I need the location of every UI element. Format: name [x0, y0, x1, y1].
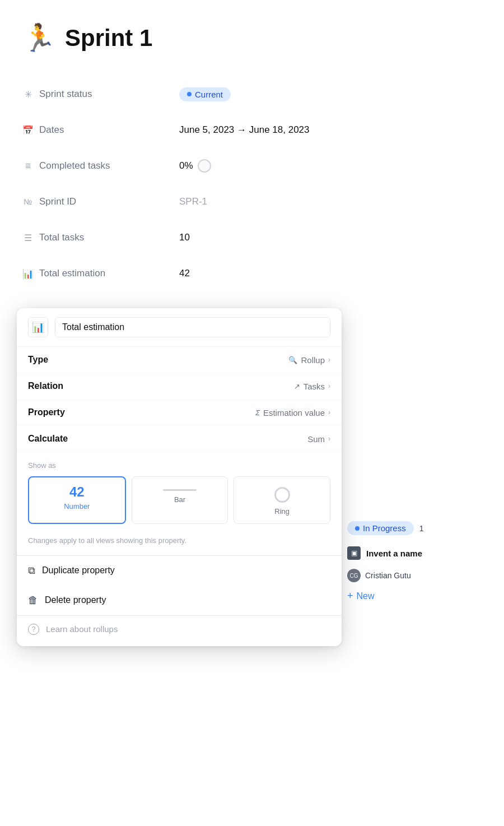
show-as-section: Show as 42 Number Bar Ring	[17, 452, 342, 533]
completed-tasks-icon: ≡	[22, 160, 34, 172]
duplicate-label: Duplicate property	[42, 565, 115, 576]
task-name: Invent a name	[366, 549, 422, 558]
popup-relation-label: Relation	[28, 381, 63, 391]
popup-calculate-value[interactable]: Sum ›	[307, 434, 330, 444]
property-label-group-sprint-id: № Sprint ID	[22, 196, 179, 207]
total-estimation-value[interactable]: 42	[179, 268, 190, 279]
new-button[interactable]: + New	[347, 586, 493, 606]
sprint-id-icon: №	[22, 197, 34, 206]
total-estimation-icon: 📊	[22, 268, 34, 279]
status-dot	[187, 92, 192, 96]
sprint-id-value[interactable]: SPR-1	[179, 196, 207, 207]
completed-tasks-label: Completed tasks	[39, 160, 110, 171]
popup-row-type[interactable]: Type 🔍 Rollup ›	[17, 347, 342, 373]
task-icon: ▣	[347, 546, 361, 560]
property-row-total-tasks: ☰ Total tasks 10	[22, 220, 482, 256]
show-as-ring-option[interactable]: Ring	[234, 476, 330, 524]
in-progress-dot	[355, 526, 360, 531]
completion-circle	[198, 159, 211, 173]
popup-overlay: 📊 Type 🔍 Rollup › Relation ↗ Tasks › Pro…	[17, 308, 342, 646]
delete-icon: 🗑	[28, 595, 38, 606]
dates-value[interactable]: June 5, 2023 → June 18, 2023	[179, 124, 310, 136]
popup-property-label: Property	[28, 407, 65, 417]
sprint-status-value[interactable]: Current	[179, 87, 231, 101]
bar-option-label: Bar	[174, 495, 185, 504]
page-title: Sprint 1	[65, 25, 152, 52]
popup-row-relation[interactable]: Relation ↗ Tasks ›	[17, 373, 342, 400]
property-chevron: ›	[328, 409, 330, 416]
property-label-group-dates: 📅 Dates	[22, 124, 179, 136]
new-label: New	[357, 591, 375, 601]
popup-icon-symbol: 📊	[32, 321, 44, 333]
popup-property-value[interactable]: Σ Estimation value ›	[255, 408, 330, 417]
sprint-status-icon: ✳	[22, 89, 34, 100]
popup-type-value[interactable]: 🔍 Rollup ›	[288, 355, 330, 365]
popup-type-label: Type	[28, 355, 48, 365]
current-badge[interactable]: Current	[179, 87, 231, 101]
ring-option-label: Ring	[274, 507, 290, 516]
dates-text: June 5, 2023 → June 18, 2023	[179, 124, 310, 136]
calculate-chevron: ›	[328, 435, 330, 443]
changes-note: Changes apply to all views showing this …	[17, 533, 342, 555]
sprint-status-label: Sprint status	[39, 89, 92, 100]
total-estimation-text: 42	[179, 268, 190, 279]
assignee-row: CG Cristian Gutu	[347, 565, 493, 586]
property-row-sprint-status: ✳ Sprint status Current	[22, 76, 482, 112]
popup-relation-value[interactable]: ↗ Tasks ›	[294, 382, 330, 391]
completed-tasks-percent: 0%	[179, 160, 193, 171]
bar-preview	[163, 489, 197, 491]
in-progress-label: In Progress	[363, 523, 406, 533]
duplicate-icon: ⧉	[28, 565, 35, 577]
property-value-text: Estimation value	[263, 408, 325, 417]
in-progress-badge: In Progress	[347, 521, 414, 535]
popup-row-calculate[interactable]: Calculate Sum ›	[17, 426, 342, 452]
total-tasks-value[interactable]: 10	[179, 232, 190, 243]
number-display-value: 42	[69, 485, 85, 499]
task-item: ▣ Invent a name	[347, 541, 493, 565]
total-tasks-label: Total tasks	[39, 232, 84, 243]
duplicate-property-action[interactable]: ⧉ Duplicate property	[17, 556, 342, 586]
total-tasks-text: 10	[179, 232, 190, 243]
property-row-sprint-id: № Sprint ID SPR-1	[22, 184, 482, 220]
show-as-options: 42 Number Bar Ring	[28, 476, 330, 524]
sprint-id-label: Sprint ID	[39, 196, 76, 207]
show-as-number-option[interactable]: 42 Number	[28, 476, 126, 524]
sprint-id-text: SPR-1	[179, 196, 207, 207]
total-estimation-label: Total estimation	[39, 268, 105, 279]
popup-title-input[interactable]	[55, 317, 330, 337]
delete-property-action[interactable]: 🗑 Delete property	[17, 586, 342, 615]
show-as-label: Show as	[28, 461, 330, 470]
relation-value-text: Tasks	[304, 382, 325, 391]
ring-preview	[274, 487, 290, 503]
property-label-group-total-estimation: 📊 Total estimation	[22, 268, 179, 279]
property-row-dates: 📅 Dates June 5, 2023 → June 18, 2023	[22, 112, 482, 148]
property-label-group-completed: ≡ Completed tasks	[22, 160, 179, 172]
dates-icon: 📅	[22, 125, 34, 136]
show-as-bar-option[interactable]: Bar	[132, 476, 228, 524]
relation-icon: ↗	[294, 382, 300, 391]
page-content: 🏃 Sprint 1 ✳ Sprint status Current 📅 Dat…	[0, 0, 504, 291]
new-plus-icon: +	[347, 590, 353, 602]
dates-label: Dates	[39, 124, 64, 136]
help-row[interactable]: ? Learn about rollups	[17, 616, 342, 646]
avatar: CG	[347, 569, 361, 582]
type-icon: 🔍	[288, 356, 297, 364]
popup-calculate-label: Calculate	[28, 434, 68, 444]
type-chevron: ›	[328, 356, 330, 364]
page-header: 🏃 Sprint 1	[22, 22, 482, 54]
popup-header: 📊	[17, 308, 342, 347]
assignee-name: Cristian Gutu	[365, 571, 411, 580]
delete-label: Delete property	[45, 595, 106, 605]
in-progress-row: In Progress 1	[347, 516, 493, 541]
right-panel: In Progress 1 ▣ Invent a name CG Cristia…	[336, 504, 504, 618]
total-tasks-icon: ☰	[22, 233, 34, 243]
completed-tasks-value[interactable]: 0%	[179, 159, 211, 173]
property-row-total-estimation: 📊 Total estimation 42	[22, 256, 482, 291]
popup-row-property[interactable]: Property Σ Estimation value ›	[17, 400, 342, 426]
relation-chevron: ›	[328, 382, 330, 390]
number-option-label: Number	[64, 502, 90, 511]
property-label-group: ✳ Sprint status	[22, 89, 179, 100]
property-icon: Σ	[255, 409, 260, 417]
type-value-text: Rollup	[301, 355, 325, 365]
property-label-group-total-tasks: ☰ Total tasks	[22, 232, 179, 243]
